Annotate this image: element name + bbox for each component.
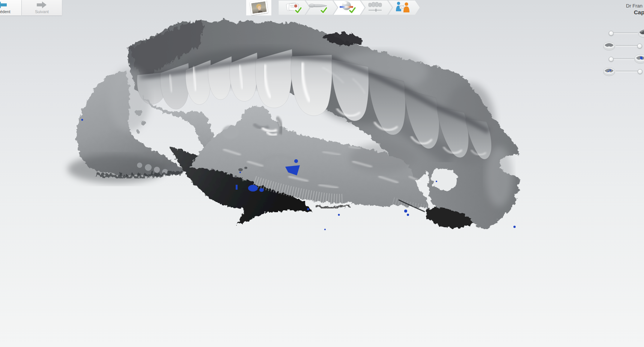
layer-icon-lower-jaw[interactable] [602, 39, 616, 52]
layer-slider-handle-1[interactable] [609, 31, 614, 36]
layer-slider-track-4[interactable] [615, 71, 639, 72]
layer-slider-track-3[interactable] [611, 58, 635, 59]
dental-scan-3d-view[interactable] [0, 0, 644, 347]
user-label: Dr Fran Capl [626, 3, 644, 15]
layer-slider-track-1[interactable] [611, 32, 638, 33]
layer-slider-handle-3[interactable] [609, 57, 614, 62]
layer-icon-upper-jaw[interactable] [637, 26, 644, 39]
previous-arrow-icon [0, 1, 7, 9]
workflow-step-patient-photo[interactable] [246, 0, 271, 15]
previous-button-label: édent [0, 9, 21, 14]
workflow-step-acquisition[interactable] [305, 0, 337, 15]
previous-button[interactable]: édent [0, 0, 21, 15]
next-arrow-icon [37, 1, 47, 9]
layer-icon-bite-1[interactable] [633, 52, 644, 65]
patient-name: Capl [634, 9, 644, 15]
next-button-label: Suivant [22, 9, 62, 14]
doctor-name: Dr Fran [626, 3, 644, 9]
layer-slider-handle-2[interactable] [637, 44, 642, 48]
workflow-steps-bar [278, 0, 421, 16]
next-button[interactable]: Suivant [22, 0, 62, 15]
layer-slider-track-2[interactable] [615, 45, 639, 46]
patient-photo [250, 0, 268, 15]
layer-icon-bite-2[interactable] [602, 65, 616, 77]
layer-slider-handle-4[interactable] [638, 69, 642, 74]
